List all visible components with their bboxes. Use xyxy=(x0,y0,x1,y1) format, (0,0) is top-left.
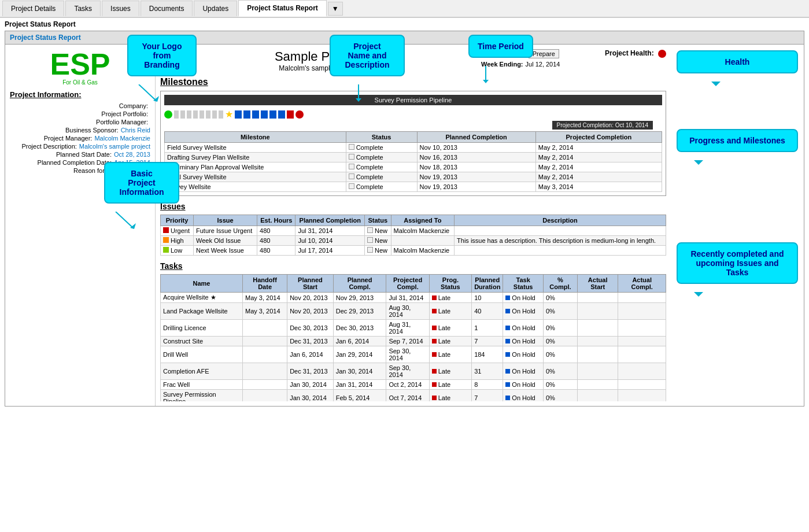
health-label: Project Health: xyxy=(605,49,654,57)
info-start-date: Planned Start Date: Oct 28, 2013 xyxy=(10,151,150,158)
task-row: Acquire Wellsite ★ May 3, 2014 Nov 20, 2… xyxy=(161,293,666,303)
callout-progress: Progress and Milestones xyxy=(677,129,798,152)
info-portfolio-mgr: Portfolio Manager: xyxy=(10,119,150,125)
report-container: Project Status Report ESP For Oil & Gas … xyxy=(5,31,804,407)
milestones-title: Milestones xyxy=(160,77,666,87)
health-dot xyxy=(658,50,666,58)
task-row: Frac Well Jan 30, 2014 Jan 31, 2014 Oct … xyxy=(161,380,666,390)
info-company: Company: xyxy=(10,102,150,109)
tasks-section: Tasks Name Handoff Date Planned Start Pl… xyxy=(160,261,666,401)
bar-end-dot xyxy=(295,110,304,119)
info-portfolio: Project Portfolio: xyxy=(10,110,150,117)
task-row: Drill Well Jan 6, 2014 Jan 29, 2014 Sep … xyxy=(161,346,666,363)
task-row: Drilling Licence Dec 30, 2013 Dec 30, 20… xyxy=(161,320,666,337)
tab-project-details[interactable]: Project Details xyxy=(2,1,64,16)
page-title: Project Status Report xyxy=(5,20,804,28)
issues-section: Issues Priority Issue Est. Hours Planned… xyxy=(160,202,666,256)
task-row: Survey Permission Pipeline Jan 30, 2014 … xyxy=(161,390,666,402)
right-panel: Health Progress and Milestones xyxy=(671,45,804,406)
milestone-bar-label: Survey Permission Pipeline xyxy=(164,95,662,105)
center-panel: Sample Project Malcolm's sample project … xyxy=(156,45,671,406)
milestone-row: Field Survey Wellsite Complete Nov 10, 2… xyxy=(165,143,662,153)
week-ending-value: Jul 12, 2014 xyxy=(526,61,560,68)
callout-issues-tasks: Recently completed and upcoming Issues a… xyxy=(677,242,798,284)
logo-text: ESP xyxy=(10,49,150,79)
star-milestone: ★ xyxy=(225,109,233,120)
tab-updates[interactable]: Updates xyxy=(194,1,237,16)
info-sponsor: Business Sponsor: Chris Reid xyxy=(10,127,150,134)
logo-subtext: For Oil & Gas xyxy=(10,79,150,86)
task-row: Completion AFE Dec 31, 2013 Jan 30, 2014… xyxy=(161,363,666,380)
task-row: Construct Site Dec 31, 2013 Jan 6, 2014 … xyxy=(161,337,666,346)
bar-start-dot xyxy=(164,110,172,119)
week-ending-label: Week Ending: xyxy=(481,61,523,68)
left-panel: ESP For Oil & Gas Project Information: C… xyxy=(5,45,156,406)
projected-tooltip: Projected Completion: Oct 10, 2014 xyxy=(552,121,653,130)
tab-dropdown[interactable]: ▼ xyxy=(328,2,343,16)
milestone-row: Final Survey Wellsite Complete Nov 19, 2… xyxy=(165,172,662,182)
issue-row: Low Next Week Issue 480 Jul 17, 2014 New… xyxy=(161,246,666,256)
tab-documents[interactable]: Documents xyxy=(141,1,193,16)
issue-row: High Week Old Issue 480 Jul 10, 2014 New… xyxy=(161,236,666,246)
issues-title: Issues xyxy=(160,202,666,211)
milestones-section: Milestones Survey Permission Pipeline xyxy=(160,77,666,196)
milestone-row: Preliminary Plan Approval Wellsite Compl… xyxy=(165,162,662,172)
report-header: Project Status Report xyxy=(5,31,804,45)
milestone-table: Milestone Status Planned Completion Proj… xyxy=(164,131,662,192)
info-completion-date: Planned Completion Date: Apr 15, 2014 xyxy=(10,159,150,166)
milestone-row: Survey Wellsite Complete Nov 19, 2013 Ma… xyxy=(165,182,662,192)
logo-section: ESP For Oil & Gas xyxy=(10,49,150,86)
task-row: Land Package Wellsite May 3, 2014 Nov 20… xyxy=(161,303,666,320)
info-description: Project Description: Malcolm's sample pr… xyxy=(10,143,150,150)
tab-project-status-report[interactable]: Project Status Report xyxy=(238,0,327,17)
tab-bar: Project Details Tasks Issues Documents U… xyxy=(0,0,809,18)
tasks-table: Name Handoff Date Planned Start Planned … xyxy=(160,274,666,401)
tasks-title: Tasks xyxy=(160,261,666,271)
tab-tasks[interactable]: Tasks xyxy=(65,1,101,16)
milestone-row: Drafting Survey Plan Wellsite Complete N… xyxy=(165,153,662,162)
issues-table: Priority Issue Est. Hours Planned Comple… xyxy=(160,215,666,256)
project-status-section: Project Status: Prepare Week Ending: Jul… xyxy=(481,49,585,68)
status-value: Prepare xyxy=(529,49,559,58)
info-health-reason: Reason for Project Health: xyxy=(10,167,150,174)
info-pm: Project Manager: Malcolm Mackenzie xyxy=(10,135,150,142)
project-name: Sample Project xyxy=(160,49,475,64)
callout-health: Health xyxy=(677,50,798,73)
status-label: Project Status: xyxy=(481,50,526,57)
project-info-section: Project Information: Company: Project Po… xyxy=(10,90,150,174)
health-section: Project Health: xyxy=(585,49,666,58)
tab-issues[interactable]: Issues xyxy=(102,1,139,16)
project-description: Malcolm's sample project xyxy=(160,64,475,72)
issue-row: Urgent Future Issue Urgent 480 Jul 31, 2… xyxy=(161,226,666,236)
project-info-title: Project Information: xyxy=(10,90,150,99)
